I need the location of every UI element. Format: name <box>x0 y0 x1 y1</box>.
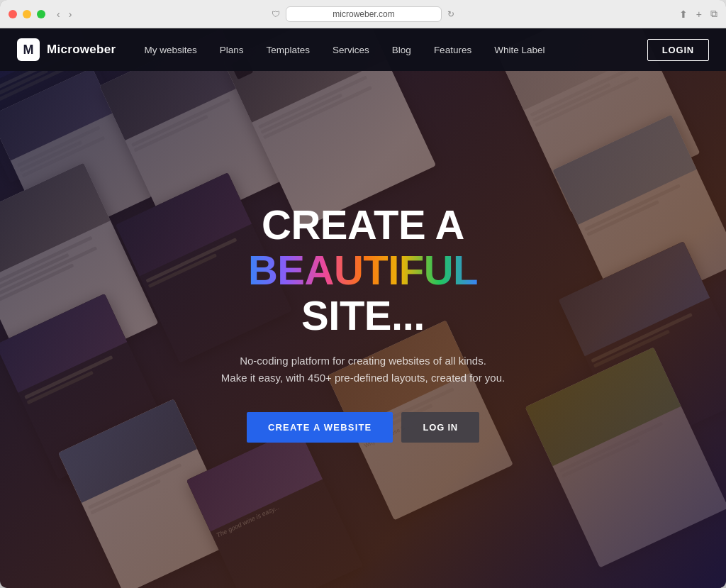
close-button[interactable] <box>9 10 17 18</box>
nav-blog[interactable]: Blog <box>392 45 411 55</box>
hero-subtitle: No-coding platform for creating websites… <box>221 353 505 387</box>
maximize-button[interactable] <box>37 10 45 18</box>
hero-title-line1: CREATE A <box>262 202 464 248</box>
address-bar-area: 🛡 microweber.com ↻ <box>272 6 454 22</box>
share-icon[interactable]: ⬆ <box>679 9 688 20</box>
nav-my-websites[interactable]: My websites <box>144 45 196 55</box>
forward-icon[interactable]: › <box>69 9 72 20</box>
tabs-icon[interactable]: ⧉ <box>710 8 717 20</box>
navbar: M Microweber My websites Plans Templates… <box>0 28 726 71</box>
nav-templates[interactable]: Templates <box>267 45 311 55</box>
traffic-lights <box>9 10 45 18</box>
nav-features[interactable]: Features <box>434 45 471 55</box>
window-nav-controls: ‹ › <box>57 9 72 20</box>
window-right-controls: ⬆ + ⧉ <box>679 8 717 20</box>
minimize-button[interactable] <box>23 10 31 18</box>
hero-title-line3: SITE... <box>301 293 425 338</box>
logo-area: M Microweber <box>17 38 116 61</box>
log-in-button[interactable]: LOG IN <box>401 412 479 443</box>
hero-title-line2: BEAUTIFUL <box>248 248 478 293</box>
hero-buttons: CREATE A WEBSITE LOG IN <box>247 412 479 443</box>
nav-links: My websites Plans Templates Services Blo… <box>144 45 647 55</box>
window-chrome: ‹ › 🛡 microweber.com ↻ ⬆ + ⧉ <box>0 0 726 28</box>
logo-text: Microweber <box>47 43 116 57</box>
new-tab-icon[interactable]: + <box>696 9 702 20</box>
address-bar[interactable]: microweber.com <box>286 6 442 22</box>
nav-plans[interactable]: Plans <box>220 45 244 55</box>
shield-icon: 🛡 <box>272 9 280 19</box>
refresh-icon[interactable]: ↻ <box>447 9 454 19</box>
back-icon[interactable]: ‹ <box>57 9 60 20</box>
window-frame: ‹ › 🛡 microweber.com ↻ ⬆ + ⧉ <box>0 0 726 588</box>
nav-white-label[interactable]: White Label <box>494 45 544 55</box>
create-website-button[interactable]: CREATE A WEBSITE <box>247 412 393 443</box>
hero-content: CREATE A BEAUTIFUL SITE... No-coding pla… <box>0 28 726 588</box>
browser-content: The good wine is easy... Why to Choose S… <box>0 28 726 588</box>
nav-services[interactable]: Services <box>333 45 369 55</box>
logo-icon: M <box>17 38 40 61</box>
site-wrapper: The good wine is easy... Why to Choose S… <box>0 28 726 588</box>
login-button[interactable]: LOGIN <box>647 39 709 61</box>
